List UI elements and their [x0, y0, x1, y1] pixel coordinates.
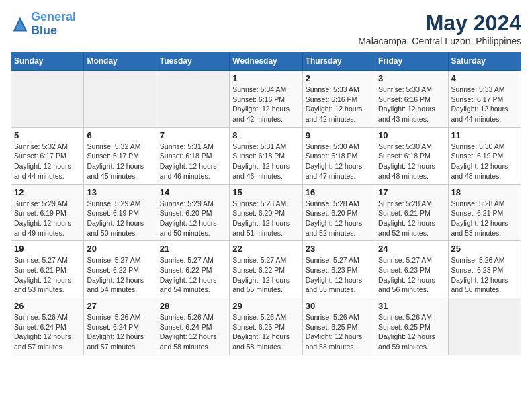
month-title: May 2024 [358, 11, 521, 36]
header-cell-thursday: Thursday [302, 52, 375, 71]
day-number: 13 [87, 187, 153, 197]
day-info: Sunrise: 5:30 AM Sunset: 6:19 PM Dayligh… [451, 142, 518, 181]
calendar-cell: 25Sunrise: 5:26 AM Sunset: 6:23 PM Dayli… [448, 241, 521, 298]
day-info: Sunrise: 5:29 AM Sunset: 6:20 PM Dayligh… [160, 199, 226, 238]
day-number: 20 [87, 244, 153, 254]
day-number: 18 [451, 187, 518, 197]
day-number: 19 [14, 244, 81, 254]
calendar-cell: 13Sunrise: 5:29 AM Sunset: 6:19 PM Dayli… [84, 184, 157, 241]
day-info: Sunrise: 5:34 AM Sunset: 6:16 PM Dayligh… [232, 85, 299, 124]
day-info: Sunrise: 5:28 AM Sunset: 6:20 PM Dayligh… [232, 199, 299, 238]
day-number: 26 [14, 301, 81, 311]
day-number: 2 [306, 73, 372, 83]
day-number: 29 [232, 301, 299, 311]
day-info: Sunrise: 5:32 AM Sunset: 6:17 PM Dayligh… [87, 142, 153, 181]
calendar-cell: 27Sunrise: 5:26 AM Sunset: 6:24 PM Dayli… [84, 298, 157, 355]
calendar-cell: 6Sunrise: 5:32 AM Sunset: 6:17 PM Daylig… [84, 127, 157, 184]
calendar-week-5: 26Sunrise: 5:26 AM Sunset: 6:24 PM Dayli… [11, 298, 521, 355]
calendar-cell: 15Sunrise: 5:28 AM Sunset: 6:20 PM Dayli… [230, 184, 302, 241]
calendar-cell: 3Sunrise: 5:33 AM Sunset: 6:16 PM Daylig… [375, 71, 448, 128]
calendar-cell: 14Sunrise: 5:29 AM Sunset: 6:20 PM Dayli… [157, 184, 229, 241]
day-info: Sunrise: 5:30 AM Sunset: 6:18 PM Dayligh… [378, 142, 445, 181]
day-info: Sunrise: 5:28 AM Sunset: 6:21 PM Dayligh… [378, 199, 445, 238]
header-cell-sunday: Sunday [11, 52, 84, 71]
calendar-cell: 4Sunrise: 5:33 AM Sunset: 6:17 PM Daylig… [448, 71, 521, 128]
day-info: Sunrise: 5:27 AM Sunset: 6:23 PM Dayligh… [306, 255, 372, 295]
day-info: Sunrise: 5:26 AM Sunset: 6:23 PM Dayligh… [451, 255, 518, 295]
calendar-cell: 24Sunrise: 5:27 AM Sunset: 6:23 PM Dayli… [375, 241, 448, 298]
calendar-cell [448, 298, 521, 355]
day-info: Sunrise: 5:27 AM Sunset: 6:23 PM Dayligh… [378, 255, 445, 295]
day-info: Sunrise: 5:31 AM Sunset: 6:18 PM Dayligh… [160, 142, 226, 181]
header-cell-tuesday: Tuesday [157, 52, 229, 71]
day-number: 4 [451, 73, 518, 83]
calendar-cell: 26Sunrise: 5:26 AM Sunset: 6:24 PM Dayli… [11, 298, 84, 355]
calendar-cell: 17Sunrise: 5:28 AM Sunset: 6:21 PM Dayli… [375, 184, 448, 241]
day-number: 24 [378, 244, 445, 254]
day-number: 3 [378, 73, 445, 83]
location-subtitle: Malacampa, Central Luzon, Philippines [358, 36, 521, 46]
day-number: 27 [87, 301, 153, 311]
day-info: Sunrise: 5:33 AM Sunset: 6:16 PM Dayligh… [378, 85, 445, 124]
calendar-cell [11, 71, 84, 128]
day-info: Sunrise: 5:33 AM Sunset: 6:17 PM Dayligh… [451, 85, 518, 124]
day-info: Sunrise: 5:31 AM Sunset: 6:18 PM Dayligh… [232, 142, 299, 181]
day-info: Sunrise: 5:29 AM Sunset: 6:19 PM Dayligh… [87, 199, 153, 238]
calendar-cell [157, 71, 229, 128]
day-number: 31 [378, 301, 445, 311]
calendar-cell: 12Sunrise: 5:29 AM Sunset: 6:19 PM Dayli… [11, 184, 84, 241]
day-number: 30 [306, 301, 372, 311]
day-info: Sunrise: 5:27 AM Sunset: 6:22 PM Dayligh… [232, 255, 299, 295]
day-info: Sunrise: 5:26 AM Sunset: 6:25 PM Dayligh… [306, 312, 372, 352]
logo-icon [11, 15, 30, 34]
calendar-cell: 8Sunrise: 5:31 AM Sunset: 6:18 PM Daylig… [230, 127, 302, 184]
day-number: 12 [14, 187, 81, 197]
day-number: 5 [14, 130, 81, 140]
calendar-cell: 20Sunrise: 5:27 AM Sunset: 6:22 PM Dayli… [84, 241, 157, 298]
calendar-table: SundayMondayTuesdayWednesdayThursdayFrid… [11, 52, 521, 355]
calendar-week-3: 12Sunrise: 5:29 AM Sunset: 6:19 PM Dayli… [11, 184, 521, 241]
calendar-body: 1Sunrise: 5:34 AM Sunset: 6:16 PM Daylig… [11, 71, 521, 355]
calendar-cell [84, 71, 157, 128]
calendar-week-2: 5Sunrise: 5:32 AM Sunset: 6:17 PM Daylig… [11, 127, 521, 184]
calendar-cell: 28Sunrise: 5:26 AM Sunset: 6:24 PM Dayli… [157, 298, 229, 355]
day-number: 15 [232, 187, 299, 197]
calendar-cell: 21Sunrise: 5:27 AM Sunset: 6:22 PM Dayli… [157, 241, 229, 298]
calendar-cell: 29Sunrise: 5:26 AM Sunset: 6:25 PM Dayli… [230, 298, 302, 355]
day-number: 8 [232, 130, 299, 140]
day-number: 21 [160, 244, 226, 254]
calendar-week-4: 19Sunrise: 5:27 AM Sunset: 6:21 PM Dayli… [11, 241, 521, 298]
calendar-cell: 7Sunrise: 5:31 AM Sunset: 6:18 PM Daylig… [157, 127, 229, 184]
calendar-cell: 31Sunrise: 5:26 AM Sunset: 6:25 PM Dayli… [375, 298, 448, 355]
calendar-cell: 11Sunrise: 5:30 AM Sunset: 6:19 PM Dayli… [448, 127, 521, 184]
day-number: 6 [87, 130, 153, 140]
day-number: 23 [306, 244, 372, 254]
day-info: Sunrise: 5:27 AM Sunset: 6:22 PM Dayligh… [87, 255, 153, 295]
day-number: 25 [451, 244, 518, 254]
calendar-cell: 30Sunrise: 5:26 AM Sunset: 6:25 PM Dayli… [302, 298, 375, 355]
day-number: 17 [378, 187, 445, 197]
day-info: Sunrise: 5:27 AM Sunset: 6:21 PM Dayligh… [14, 255, 81, 295]
day-info: Sunrise: 5:26 AM Sunset: 6:24 PM Dayligh… [87, 312, 153, 352]
calendar-cell: 16Sunrise: 5:28 AM Sunset: 6:20 PM Dayli… [302, 184, 375, 241]
calendar-cell: 9Sunrise: 5:30 AM Sunset: 6:18 PM Daylig… [302, 127, 375, 184]
day-info: Sunrise: 5:27 AM Sunset: 6:22 PM Dayligh… [160, 255, 226, 295]
calendar-cell: 23Sunrise: 5:27 AM Sunset: 6:23 PM Dayli… [302, 241, 375, 298]
page-header: General Blue May 2024 Malacampa, Central… [11, 11, 521, 46]
calendar-cell: 10Sunrise: 5:30 AM Sunset: 6:18 PM Dayli… [375, 127, 448, 184]
day-number: 9 [306, 130, 372, 140]
day-info: Sunrise: 5:26 AM Sunset: 6:25 PM Dayligh… [378, 312, 445, 352]
header-cell-wednesday: Wednesday [230, 52, 302, 71]
calendar-cell: 2Sunrise: 5:33 AM Sunset: 6:16 PM Daylig… [302, 71, 375, 128]
calendar-header: SundayMondayTuesdayWednesdayThursdayFrid… [11, 52, 521, 71]
calendar-week-1: 1Sunrise: 5:34 AM Sunset: 6:16 PM Daylig… [11, 71, 521, 128]
day-number: 22 [232, 244, 299, 254]
header-row: SundayMondayTuesdayWednesdayThursdayFrid… [11, 52, 521, 71]
day-info: Sunrise: 5:26 AM Sunset: 6:25 PM Dayligh… [232, 312, 299, 352]
logo-text: General Blue [31, 11, 76, 38]
day-info: Sunrise: 5:33 AM Sunset: 6:16 PM Dayligh… [306, 85, 372, 124]
day-number: 11 [451, 130, 518, 140]
day-number: 16 [306, 187, 372, 197]
day-info: Sunrise: 5:29 AM Sunset: 6:19 PM Dayligh… [14, 199, 81, 238]
day-number: 14 [160, 187, 226, 197]
